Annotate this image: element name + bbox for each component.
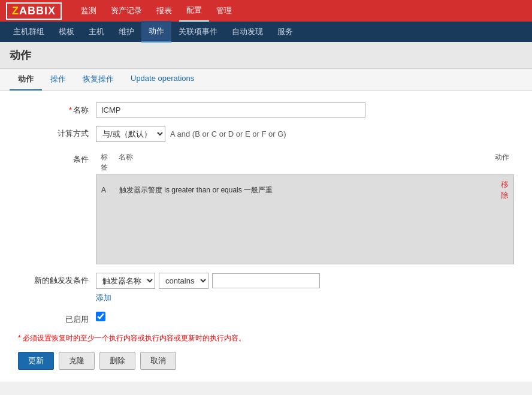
tab-recovery[interactable]: 恢复操作 bbox=[74, 69, 122, 91]
subnav-discovery[interactable]: 自动发现 bbox=[225, 22, 270, 42]
tab-action[interactable]: 动作 bbox=[10, 69, 42, 91]
nav-monitor[interactable]: 监测 bbox=[74, 1, 104, 21]
top-navigation: ZABBIX 监测 资产记录 报表 配置 管理 bbox=[0, 0, 532, 22]
clone-button[interactable]: 克隆 bbox=[59, 352, 95, 370]
update-button[interactable]: 更新 bbox=[18, 352, 54, 370]
conditions-row: 条件 标签 名称 动作 A 触发器示警度 is greater than or … bbox=[18, 150, 514, 264]
subnav-host-groups[interactable]: 主机群组 bbox=[6, 22, 52, 42]
enabled-row: 已启用 bbox=[18, 312, 514, 325]
cancel-button[interactable]: 取消 bbox=[140, 352, 176, 370]
name-required: * bbox=[69, 105, 72, 114]
delete-button[interactable]: 删除 bbox=[99, 352, 135, 370]
trigger-type-select[interactable]: 触发器名称 bbox=[96, 273, 155, 289]
add-condition-link[interactable]: 添加 bbox=[96, 293, 514, 303]
remove-condition-a[interactable]: 移除 bbox=[501, 180, 509, 200]
name-input[interactable] bbox=[96, 102, 365, 117]
calc-formula: A and (B or C or D or E or F or G) bbox=[170, 129, 286, 138]
subnav-correlation[interactable]: 关联项事件 bbox=[171, 22, 225, 42]
condition-a-value: 触发器示警度 is greater than or equals 一般严重 bbox=[114, 183, 489, 197]
col-action-header: 动作 bbox=[490, 150, 514, 174]
logo-z: Z bbox=[12, 5, 19, 17]
action-buttons: 更新 克隆 删除 取消 bbox=[18, 352, 514, 370]
nav-admin[interactable]: 管理 bbox=[209, 1, 239, 21]
tab-bar: 动作 操作 恢复操作 Update operations bbox=[0, 69, 532, 91]
new-trigger-row: 新的触发发条件 触发器名称 contains 添加 bbox=[18, 273, 514, 303]
conditions-label: 条件 bbox=[18, 150, 96, 165]
trigger-condition-select[interactable]: contains bbox=[159, 273, 208, 289]
name-label: *名称 bbox=[18, 102, 96, 116]
conditions-header: 标签 名称 动作 bbox=[96, 150, 514, 174]
name-control bbox=[96, 102, 514, 117]
trigger-value-input[interactable] bbox=[212, 273, 320, 288]
condition-a-label: A bbox=[96, 184, 114, 196]
notice-text: * 必须设置恢复时的至少一个执行内容或执行内容或更新时的执行内容。 bbox=[18, 333, 514, 343]
tab-update-ops[interactable]: Update operations bbox=[122, 69, 202, 91]
condition-row-a: A 触发器示警度 is greater than or equals 一般严重 … bbox=[96, 175, 513, 205]
tab-operations[interactable]: 操作 bbox=[42, 69, 74, 91]
calc-row: 计算方式 与/或（默认） A and (B or C or D or E or … bbox=[18, 126, 514, 142]
col-name-header: 名称 bbox=[114, 150, 490, 174]
main-content: *名称 计算方式 与/或（默认） A and (B or C or D or E… bbox=[0, 91, 532, 382]
calc-select[interactable]: 与/或（默认） bbox=[96, 126, 165, 142]
new-trigger-control: 触发器名称 contains 添加 bbox=[96, 273, 514, 303]
conditions-control: 标签 名称 动作 A 触发器示警度 is greater than or equ… bbox=[96, 150, 514, 264]
subnav-hosts[interactable]: 主机 bbox=[81, 22, 111, 42]
condition-a-action: 移除 bbox=[489, 177, 513, 203]
nav-reports[interactable]: 报表 bbox=[149, 1, 179, 21]
new-trigger-label: 新的触发发条件 bbox=[18, 273, 96, 286]
name-row: *名称 bbox=[18, 102, 514, 117]
subnav-templates[interactable]: 模板 bbox=[52, 22, 81, 42]
enabled-checkbox[interactable] bbox=[96, 312, 105, 321]
logo-abbix: ABBIX bbox=[19, 5, 56, 17]
trigger-selects-row: 触发器名称 contains bbox=[96, 273, 514, 289]
page-title-bar: 动作 bbox=[0, 42, 532, 69]
nav-assets[interactable]: 资产记录 bbox=[104, 1, 149, 21]
nav-config[interactable]: 配置 bbox=[179, 0, 209, 22]
enabled-control bbox=[96, 312, 514, 321]
calc-label: 计算方式 bbox=[18, 126, 96, 139]
col-label-header: 标签 bbox=[96, 150, 114, 174]
enabled-label: 已启用 bbox=[18, 312, 96, 325]
subnav-services[interactable]: 服务 bbox=[270, 22, 300, 42]
subnav-actions[interactable]: 动作 bbox=[141, 21, 171, 43]
page-title: 动作 bbox=[10, 48, 522, 62]
calc-control: 与/或（默认） A and (B or C or D or E or F or … bbox=[96, 126, 514, 142]
subnav-maintenance[interactable]: 维护 bbox=[111, 22, 141, 42]
logo: ZABBIX bbox=[6, 2, 62, 20]
sub-navigation: 主机群组 模板 主机 维护 动作 关联项事件 自动发现 服务 bbox=[0, 22, 532, 42]
conditions-body: A 触发器示警度 is greater than or equals 一般严重 … bbox=[96, 174, 514, 264]
